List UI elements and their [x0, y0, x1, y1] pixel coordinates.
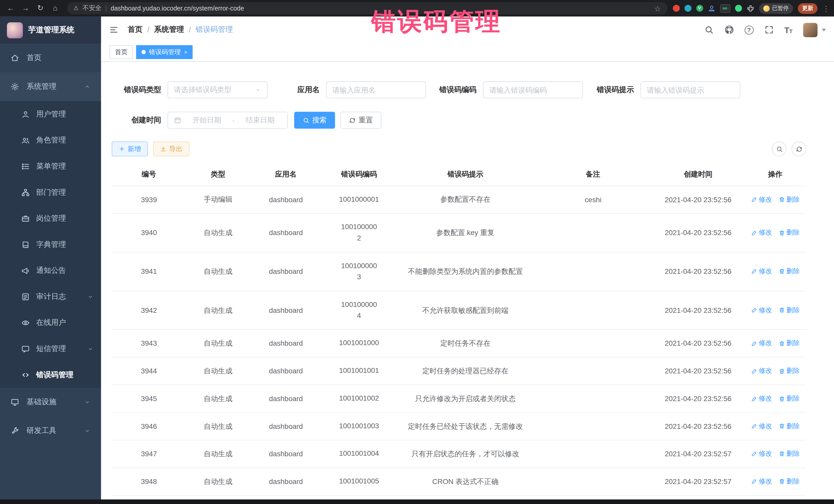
wrench-icon [10, 426, 19, 435]
delete-link[interactable]: 删除 [778, 477, 799, 486]
toggle-search-button[interactable] [772, 141, 787, 156]
update-button[interactable]: 更新 [798, 3, 817, 13]
sidebar-logo[interactable]: 芋道管理系统 [0, 17, 101, 44]
sidebar-item-sms[interactable]: 短信管理 [0, 336, 101, 362]
edit-link[interactable]: 修改 [751, 394, 772, 403]
extensions-puzzle-icon[interactable] [746, 5, 754, 12]
delete-link[interactable]: 删除 [778, 306, 799, 314]
sidebar-item-online-users[interactable]: 在线用户 [0, 309, 101, 336]
error-hint-label: 错误码提示 [594, 85, 634, 95]
sidebar-item-users[interactable]: 用户管理 [0, 101, 101, 127]
pencil-icon [751, 268, 757, 275]
sidebar-item-system[interactable]: 系统管理 [0, 72, 101, 101]
delete-link[interactable]: 删除 [778, 339, 799, 348]
pencil-icon [751, 340, 757, 347]
delete-link[interactable]: 删除 [778, 422, 799, 431]
extension-red-icon[interactable] [673, 5, 680, 12]
sidebar-item-devtools[interactable]: 研发工具 [0, 416, 101, 445]
sidebar-item-notice[interactable]: 通知公告 [0, 257, 101, 284]
extension-leaf-icon[interactable] [735, 5, 742, 12]
edit-link[interactable]: 修改 [751, 422, 772, 431]
caret-down-icon[interactable] [822, 28, 826, 31]
add-button[interactable]: 新增 [112, 141, 148, 156]
edit-link[interactable]: 修改 [751, 195, 772, 204]
edit-link[interactable]: 修改 [751, 367, 772, 375]
pencil-icon [751, 230, 757, 236]
error-code-input[interactable] [483, 81, 583, 98]
sidebar-item-error-code[interactable]: 错误码管理 [0, 361, 101, 388]
browser-toolbar: ← → ↻ ⌂ ⚠ 不安全 | dashboard.yudao.iocoder.… [0, 0, 834, 17]
delete-link[interactable]: 删除 [778, 195, 799, 204]
error-hint-input[interactable] [640, 81, 741, 98]
search-icon[interactable] [704, 25, 714, 35]
address-bar[interactable]: ⚠ 不安全 | dashboard.yudao.iocoder.cn/syste… [67, 2, 667, 14]
browser-forward-icon[interactable]: → [19, 0, 32, 17]
app-name-input[interactable] [326, 81, 426, 98]
tab-home[interactable]: 首页 [110, 45, 133, 59]
edit-link[interactable]: 修改 [751, 477, 772, 486]
hamburger-icon[interactable] [109, 25, 118, 35]
logo-title: 芋道管理系统 [28, 25, 74, 35]
not-secure-label: 不安全 [82, 4, 102, 13]
browser-extensions-area: V on 已暂停 更新 ⋮ [673, 3, 830, 13]
bookmark-star-icon[interactable]: ☆ [654, 4, 661, 13]
export-button[interactable]: 导出 [153, 141, 190, 156]
date-range-picker[interactable]: 开始日期 - 结束日期 [168, 112, 288, 129]
sidebar-item-infra[interactable]: 基础设施 [0, 388, 101, 416]
pencil-icon [751, 368, 757, 374]
error-type-select[interactable]: 请选择错误码类型 [168, 81, 268, 98]
search-button[interactable]: 搜索 [294, 112, 335, 129]
table-header-row: 编号 类型 应用名 错误码编码 错误码提示 备注 创建时间 操作 [112, 163, 806, 186]
close-icon[interactable]: × [184, 49, 187, 56]
table-row: 3939手动编辑dashboard1001000001参数配置不存在ceshi2… [112, 186, 806, 214]
sidebar-item-menus[interactable]: 菜单管理 [0, 153, 101, 179]
reset-button[interactable]: 重置 [341, 112, 381, 129]
edit-link[interactable]: 修改 [751, 228, 772, 237]
profile-paused-chip[interactable]: 已暂停 [759, 3, 793, 13]
tab-error-code[interactable]: 错误码管理 × [136, 45, 193, 59]
user-avatar[interactable] [803, 23, 817, 37]
table-row: 3945自动生成dashboard1001001002只允许修改为开启或者关闭状… [112, 385, 806, 413]
chevron-down-icon [87, 345, 94, 352]
refresh-icon [349, 117, 356, 124]
font-size-icon[interactable]: TT [785, 25, 793, 34]
search-icon [776, 146, 783, 152]
extension-on-badge-icon[interactable]: on [720, 4, 730, 13]
breadcrumb-current: 错误码管理 [196, 25, 233, 35]
sidebar-item-audit-log[interactable]: 审计日志 [0, 284, 101, 310]
url-text: dashboard.yudao.iocoder.cn/system/error-… [111, 5, 244, 12]
delete-link[interactable]: 删除 [778, 450, 799, 458]
breadcrumb-home[interactable]: 首页 [128, 25, 142, 35]
breadcrumb-system[interactable]: 系统管理 [154, 25, 184, 35]
github-icon[interactable] [724, 25, 734, 35]
refresh-table-button[interactable] [791, 141, 806, 156]
main-area: 首页 / 系统管理 / 错误码管理 ? TT 首页 错误码 [101, 17, 834, 504]
sidebar-item-posts[interactable]: 岗位管理 [0, 205, 101, 232]
edit-link[interactable]: 修改 [751, 306, 772, 314]
browser-reload-icon[interactable]: ↻ [34, 0, 47, 17]
table-row: 3942自动生成dashboard100100000 4不允许获取敏感配置到前端… [112, 291, 806, 330]
sidebar-item-roles[interactable]: 角色管理 [0, 127, 101, 153]
delete-link[interactable]: 删除 [778, 394, 799, 403]
extension-teal-icon[interactable] [684, 5, 691, 12]
browser-home-icon[interactable]: ⌂ [49, 0, 62, 17]
trash-icon [778, 478, 785, 485]
edit-link[interactable]: 修改 [751, 267, 772, 276]
edit-link[interactable]: 修改 [751, 450, 772, 458]
delete-link[interactable]: 删除 [778, 228, 799, 237]
browser-menu-icon[interactable]: ⋮ [822, 4, 830, 13]
megaphone-icon [21, 266, 30, 275]
browser-back-icon[interactable]: ← [4, 0, 17, 17]
extension-check-icon[interactable]: V [696, 5, 703, 12]
sidebar-item-depts[interactable]: 部门管理 [0, 179, 101, 205]
delete-link[interactable]: 删除 [778, 367, 799, 375]
delete-link[interactable]: 删除 [778, 267, 799, 276]
trash-icon [778, 451, 785, 457]
help-icon[interactable]: ? [744, 25, 753, 34]
extension-people-icon[interactable] [708, 5, 715, 12]
sidebar-item-dict[interactable]: 字典管理 [0, 232, 101, 258]
pencil-icon [751, 451, 757, 457]
fullscreen-icon[interactable] [764, 25, 774, 35]
edit-link[interactable]: 修改 [751, 339, 772, 348]
sidebar-item-home[interactable]: 首页 [0, 44, 101, 72]
